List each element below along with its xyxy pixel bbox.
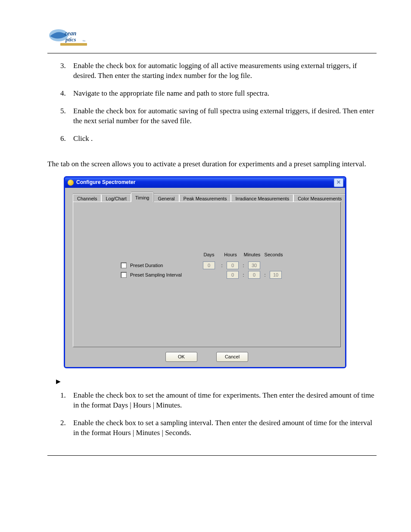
list-item: 2. Enable the check box to set a samplin… [60,418,377,438]
preset-duration-label: Preset Duration [130,262,198,269]
list-item: 5. Enable the check box for automatic sa… [60,106,377,126]
duration-days-input[interactable]: 0 [203,261,215,269]
item-text: Navigate to the appropriate file name an… [73,89,377,99]
preset-duration-checkbox[interactable] [121,262,127,268]
header-days: Days [198,252,220,258]
item-text: Enable the check box to set the amount o… [73,391,377,411]
tab-channels[interactable]: Channels [73,194,101,203]
item-number: 4. [60,89,73,99]
sampling-minutes-input[interactable]: 0 [248,271,260,279]
tab-color[interactable]: Color Measurements [293,194,346,203]
column-headers: Days Hours Minutes Seconds [121,252,284,258]
window-title: Configure Spectrometer [76,179,135,186]
item-text: Click . [73,134,377,144]
preset-duration-row: Preset Duration 0 : 0 : 30 [121,261,284,270]
preset-sampling-row: Preset Sampling Interval : 0 : 0 : 10 [121,270,284,280]
list-item: 1. Enable the check box to set the amoun… [60,391,377,411]
dialog-screenshot: Configure Spectrometer ✕ Channels Log/Ch… [64,176,344,366]
tab-timing[interactable]: Timing [131,192,154,202]
header-hours: Hours [220,252,241,258]
app-icon [68,180,74,186]
tab-irradiance[interactable]: Irradiance Measurements [231,194,293,203]
item-text: Enable the check box for automatic savin… [73,106,377,126]
preset-sampling-checkbox[interactable] [121,272,127,278]
header-seconds: Seconds [263,252,284,258]
rule-bottom [47,455,377,456]
tab-panel: Days Hours Minutes Seconds Preset Durati… [73,202,341,347]
svg-rect-4 [60,43,87,46]
sampling-hours-input[interactable]: 0 [227,271,239,279]
duration-hours-input[interactable]: 0 [227,261,239,269]
tab-log-chart[interactable]: Log/Chart [101,194,131,203]
section-intro: The tab on the screen allows you to acti… [47,159,377,169]
cancel-button[interactable]: Cancel [216,352,248,362]
rule-top [47,53,377,53]
tab-strip: Channels Log/Chart Timing General Peak M… [73,192,341,202]
item-text: Enable the check box to set a sampling i… [73,418,377,438]
list-item: 3. Enable the check box for automatic lo… [60,61,377,81]
dialog-buttons: OK Cancel [73,347,341,367]
procedure-list-top: 3. Enable the check box for automatic lo… [47,61,377,144]
preset-sampling-label: Preset Sampling Interval [130,272,198,278]
list-item: 6. Click . [60,134,377,144]
item-number: 1. [60,391,73,411]
logo-icon: cean ptics Inc. [47,26,90,47]
item-number: 3. [60,61,73,81]
sampling-seconds-input[interactable]: 10 [270,271,282,279]
tab-peak[interactable]: Peak Measurements [179,194,231,203]
close-icon: ✕ [336,179,341,186]
close-button[interactable]: ✕ [334,178,343,187]
svg-text:cean: cean [65,30,76,37]
item-number: 5. [60,106,73,126]
header-minutes: Minutes [241,252,263,258]
procedure-arrow: ▶ [56,378,377,386]
item-number: 2. [60,418,73,438]
svg-text:Inc.: Inc. [83,40,86,42]
ok-button[interactable]: OK [165,352,197,362]
tab-general[interactable]: General [153,194,179,203]
list-item: 4. Navigate to the appropriate file name… [60,89,377,99]
titlebar: Configure Spectrometer ✕ [65,177,345,188]
item-number: 6. [60,134,73,144]
duration-minutes-input[interactable]: 30 [248,261,260,269]
item-text: Enable the check box for automatic loggi… [73,61,377,81]
procedure-list-bottom: 1. Enable the check box to set the amoun… [47,391,377,438]
play-icon: ▶ [56,378,61,386]
svg-text:ptics: ptics [65,36,76,43]
